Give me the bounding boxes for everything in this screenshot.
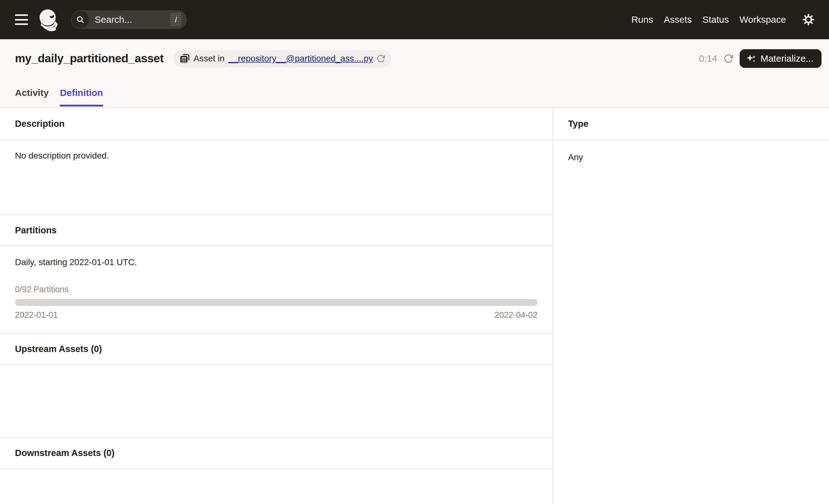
partitions-section-header: Partitions [0,214,552,246]
nav-link-workspace[interactable]: Workspace [739,14,786,25]
reload-location-button[interactable] [376,54,385,63]
type-section-body: Any [553,140,829,162]
title-bar-actions: 0:14 Materialize... [699,49,822,68]
asset-location-prefix: Asset in [194,53,225,64]
partitions-range: 2022-01-01 2022-04-02 [15,310,538,320]
partitions-range-end: 2022-04-02 [495,310,538,320]
refresh-countdown: 0:14 [699,53,717,64]
nav-link-assets[interactable]: Assets [663,14,692,25]
asset-location-link[interactable]: __repository__@partitioned_ass....py [228,53,373,64]
search-input[interactable] [95,14,170,25]
title-bar: my_daily_partitioned_asset Asset in __re… [0,39,829,78]
top-nav-bar: / Runs Assets Status Workspace [0,0,829,39]
tab-activity[interactable]: Activity [15,78,48,107]
materialize-button[interactable]: Materialize... [740,49,822,68]
top-nav-links: Runs Assets Status Workspace [631,14,786,25]
partitions-section-body: Daily, starting 2022-01-01 UTC. 0/92 Par… [0,246,552,333]
right-column: Type Any [552,108,829,504]
asset-location-badge: Asset in __repository__@partitioned_ass.… [173,50,392,67]
materialize-button-label: Materialize... [760,53,814,64]
gear-icon [802,13,815,26]
search-icon [72,11,89,28]
left-column: Description No description provided. Par… [0,108,552,504]
tab-definition[interactable]: Definition [60,78,103,107]
tab-bar: Activity Definition [0,78,829,107]
refresh-button[interactable] [723,53,733,64]
upstream-assets-section-header: Upstream Assets (0) [0,333,552,365]
page-title: my_daily_partitioned_asset [15,52,164,65]
description-section-body: No description provided. [0,140,552,214]
downstream-assets-section-header: Downstream Assets (0) [0,437,552,469]
settings-button[interactable] [802,13,815,26]
nav-link-runs[interactable]: Runs [631,14,653,25]
dagster-octopus-icon [37,8,61,32]
menu-button[interactable] [15,14,28,25]
partitions-range-start: 2022-01-01 [15,310,58,320]
partitions-summary: Daily, starting 2022-01-01 UTC. [15,246,538,267]
slash-shortcut-key: / [170,13,182,27]
description-section-header: Description [0,108,552,140]
type-section-header: Type [553,108,829,140]
type-value: Any [568,140,814,162]
description-text: No description provided. [15,140,538,161]
nav-link-status[interactable]: Status [702,14,729,25]
reload-icon [376,54,385,63]
sparkle-icon [746,53,756,64]
search-input-wrapper[interactable]: / [71,10,187,29]
repository-icon [179,53,190,64]
upstream-assets-section-body [0,365,552,437]
definition-content: Description No description provided. Par… [0,107,829,504]
refresh-icon [723,53,733,64]
dagster-logo [37,8,61,32]
partitions-progress-label: 0/92 Partitions [15,285,538,294]
dagster-app: / Runs Assets Status Workspace [0,0,829,504]
partitions-progress-bar [15,299,538,306]
